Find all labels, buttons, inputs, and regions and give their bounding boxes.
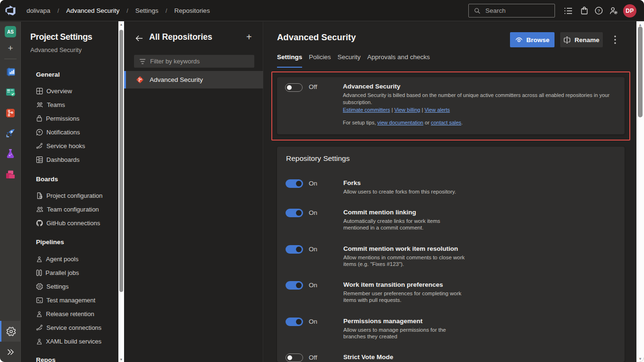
svg-text:?: ? (597, 8, 599, 13)
